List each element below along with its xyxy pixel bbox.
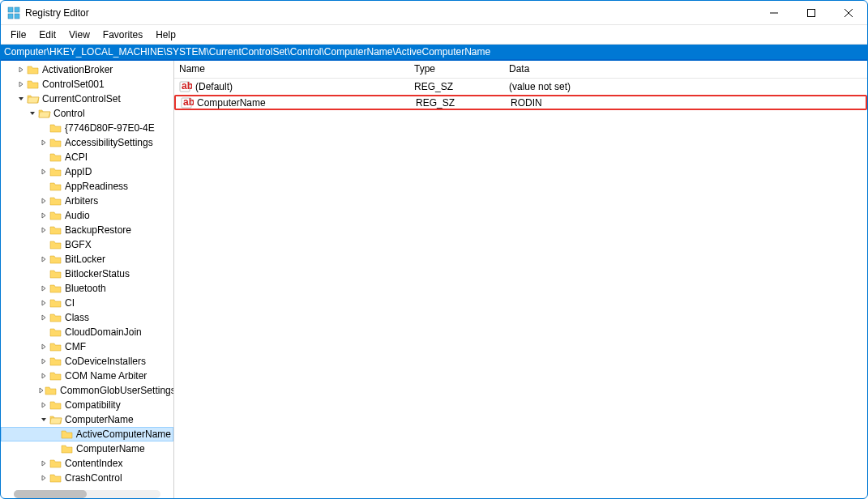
menu-help[interactable]: Help xyxy=(149,27,182,43)
menu-favorites[interactable]: Favorites xyxy=(96,27,149,43)
folder-icon xyxy=(49,399,62,411)
list-body[interactable]: ab(Default)REG_SZ(value not set)abComput… xyxy=(174,79,867,498)
cell-name: abComputerName xyxy=(176,96,411,109)
tree-item[interactable]: CoDeviceInstallers xyxy=(1,354,173,369)
tree-item-label: AccessibilitySettings xyxy=(65,137,153,148)
column-data[interactable]: Data xyxy=(504,61,733,78)
tree-item[interactable]: Arbiters xyxy=(1,194,173,208)
tree-expander-icon[interactable] xyxy=(38,399,49,411)
tree-item[interactable]: CMF xyxy=(1,339,173,354)
tree-item[interactable]: CurrentControlSet xyxy=(1,92,173,106)
tree-expander-icon[interactable] xyxy=(38,385,45,396)
tree-expander-icon[interactable] xyxy=(27,108,38,119)
tree-expander-icon[interactable] xyxy=(38,166,49,177)
tree-item[interactable]: Class xyxy=(1,310,173,325)
svg-rect-1 xyxy=(15,7,19,12)
folder-icon xyxy=(49,312,62,323)
titlebar: Registry Editor xyxy=(1,1,867,25)
tree-item[interactable]: CommonGlobUserSettings xyxy=(1,383,173,398)
tree-item[interactable]: AppReadiness xyxy=(1,179,173,194)
column-type[interactable]: Type xyxy=(409,61,504,78)
list-row[interactable]: ab(Default)REG_SZ(value not set) xyxy=(174,79,867,94)
tree-item[interactable]: ControlSet001 xyxy=(1,77,173,92)
tree-expander-icon[interactable] xyxy=(38,297,49,309)
column-name[interactable]: Name xyxy=(174,61,409,78)
tree-item[interactable]: COM Name Arbiter xyxy=(1,369,173,383)
address-text: Computer\HKEY_LOCAL_MACHINE\SYSTEM\Curre… xyxy=(4,46,490,58)
folder-icon xyxy=(61,443,74,454)
tree-expander-icon[interactable] xyxy=(38,341,49,352)
tree-item[interactable]: Control xyxy=(1,106,173,121)
tree-item[interactable]: BitlockerStatus xyxy=(1,267,173,281)
tree-item[interactable]: ActivationBroker xyxy=(1,62,173,77)
address-bar[interactable]: Computer\HKEY_LOCAL_MACHINE\SYSTEM\Curre… xyxy=(1,45,867,61)
tree-item[interactable]: CloudDomainJoin xyxy=(1,325,173,339)
reg-string-icon: ab xyxy=(181,97,194,109)
tree-expander-icon xyxy=(38,151,49,163)
tree-expander-icon[interactable] xyxy=(15,64,27,75)
horizontal-scrollbar[interactable] xyxy=(14,490,160,498)
tree-item[interactable]: AccessibilitySettings xyxy=(1,135,173,150)
list-row[interactable]: abComputerNameREG_SZRODIN xyxy=(174,95,867,110)
cell-type: REG_SZ xyxy=(409,80,504,93)
tree-item[interactable]: BackupRestore xyxy=(1,223,173,237)
tree-item[interactable]: Compatibility xyxy=(1,398,173,412)
minimize-button[interactable] xyxy=(755,1,793,25)
close-button[interactable] xyxy=(830,1,867,25)
tree-expander-icon[interactable] xyxy=(38,283,49,294)
scrollbar-thumb[interactable] xyxy=(14,490,87,498)
tree-expander-icon[interactable] xyxy=(38,254,49,265)
maximize-button[interactable] xyxy=(793,1,830,25)
tree-expander-icon[interactable] xyxy=(38,370,49,382)
folder-icon xyxy=(49,210,62,221)
tree-expander-icon[interactable] xyxy=(38,458,49,469)
folder-icon xyxy=(61,429,74,440)
tree-expander-icon[interactable] xyxy=(38,210,49,221)
folder-icon xyxy=(49,370,62,382)
tree-expander-icon[interactable] xyxy=(15,93,27,104)
tree-expander-icon[interactable] xyxy=(38,414,49,425)
tree-item[interactable]: BGFX xyxy=(1,237,173,252)
tree-item[interactable]: ContentIndex xyxy=(1,456,173,471)
tree-panel[interactable]: ActivationBrokerControlSet001CurrentCont… xyxy=(1,61,174,498)
tree-item-label: CloudDomainJoin xyxy=(65,326,142,338)
menu-file[interactable]: File xyxy=(4,27,32,43)
tree-item[interactable]: {7746D80F-97E0-4E xyxy=(1,121,173,135)
tree-item[interactable]: CI xyxy=(1,296,173,310)
tree-expander-icon xyxy=(38,326,49,338)
tree-item[interactable]: AppID xyxy=(1,164,173,179)
tree-item-label: ActiveComputerName xyxy=(76,429,171,440)
folder-icon xyxy=(49,326,62,338)
list-panel: Name Type Data ab(Default)REG_SZ(value n… xyxy=(174,61,867,498)
tree-expander-icon[interactable] xyxy=(38,312,49,323)
reg-string-icon: ab xyxy=(179,81,192,92)
menu-view[interactable]: View xyxy=(62,27,96,43)
tree-expander-icon[interactable] xyxy=(38,195,49,207)
tree-item-label: ComputerName xyxy=(65,414,134,425)
cell-name: ab(Default) xyxy=(174,80,409,93)
tree-item-label: BGFX xyxy=(65,239,92,250)
svg-rect-0 xyxy=(8,7,13,12)
tree-expander-icon[interactable] xyxy=(38,137,49,148)
tree-item[interactable]: ComputerName xyxy=(1,412,173,427)
tree-item-label: ComputerName xyxy=(76,443,145,454)
tree-item[interactable]: ComputerName xyxy=(1,441,173,456)
tree-expander-icon xyxy=(38,239,49,250)
tree-expander-icon[interactable] xyxy=(38,224,49,236)
tree-item[interactable]: ACPI xyxy=(1,150,173,164)
menubar: File Edit View Favorites Help xyxy=(1,25,867,45)
tree-item[interactable]: BitLocker xyxy=(1,252,173,267)
tree-expander-icon[interactable] xyxy=(38,356,49,367)
tree-item[interactable]: ActiveComputerName xyxy=(1,427,173,441)
tree-expander-icon[interactable] xyxy=(38,472,49,484)
tree-item[interactable]: Bluetooth xyxy=(1,281,173,296)
tree-item[interactable]: CrashControl xyxy=(1,471,173,485)
tree-item-label: ActivationBroker xyxy=(42,64,113,75)
tree-expander-icon[interactable] xyxy=(15,79,27,90)
value-name: ComputerName xyxy=(197,97,266,109)
menu-edit[interactable]: Edit xyxy=(32,27,62,43)
cell-data: RODIN xyxy=(506,96,866,109)
tree-item[interactable]: Audio xyxy=(1,208,173,223)
folder-icon xyxy=(49,341,62,352)
tree-item-label: COM Name Arbiter xyxy=(65,370,147,382)
